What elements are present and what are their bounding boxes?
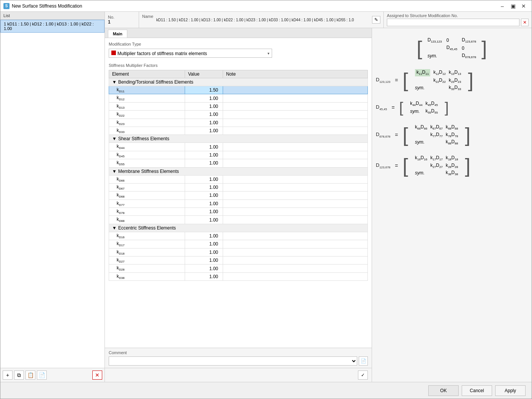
val-kd88: 1.00: [185, 216, 223, 224]
note-kd27: [223, 256, 368, 264]
elem-kd27: kD27: [109, 256, 185, 264]
val-kd28: 1.00: [185, 264, 223, 272]
val-kd13: 1.00: [185, 102, 223, 110]
right-panel: No. 1 Name kD11 : 1.50 | kD12 : 1.00 | k…: [105, 12, 532, 382]
d678-k77d77: k77D77: [430, 132, 442, 138]
new-button[interactable]: +: [3, 370, 13, 380]
row-kd16[interactable]: kD16 1.00: [109, 232, 368, 240]
bottom-bar: OK Cancel Apply: [0, 382, 532, 399]
assigned-input[interactable]: [387, 19, 519, 26]
name-value: kD11 : 1.50 | kD12 : 1.00 | kD13 : 1.00 …: [156, 18, 369, 22]
modification-type-section: Modification Type Multiplier factors of …: [109, 42, 368, 58]
list-item[interactable]: 1 kD11 : 1.50 | kD12 : 1.00 | kD13 : 1.0…: [0, 20, 104, 33]
d123-k33d33: k33D33: [449, 85, 461, 91]
row-kd88[interactable]: kD88 1.00: [109, 216, 368, 224]
tab-main[interactable]: Main: [108, 30, 127, 38]
row-kd68[interactable]: kD68 1.00: [109, 192, 368, 200]
row-kd44[interactable]: kD44 1.00: [109, 143, 368, 151]
note-kd55: [223, 159, 368, 167]
elem-kd88: kD88: [109, 216, 185, 224]
d123-empty2: [433, 85, 445, 91]
paste-button[interactable]: 📄: [37, 370, 47, 380]
row-kd33[interactable]: kD33 1.00: [109, 127, 368, 135]
window-title: New Surface Stiffness Modification: [12, 3, 495, 9]
row-kd13[interactable]: kD13 1.00: [109, 102, 368, 110]
d678-matrix-table: k66D66 k67D67 k68D68 k77D77 k78D78 sym.: [412, 123, 461, 146]
val-kd16: 1.00: [185, 232, 223, 240]
d123678-lhs: D123,678: [376, 162, 390, 169]
row-kd17[interactable]: kD17 1.00: [109, 240, 368, 248]
bracket-right-d123678: ]: [465, 156, 470, 176]
minimize-button[interactable]: –: [497, 2, 507, 10]
group-membrane: ▼Membrane Stiffness Elements: [109, 167, 368, 175]
row-kd55[interactable]: kD55 1.00: [109, 159, 368, 167]
comment-copy-button[interactable]: 📄: [359, 356, 368, 366]
bracket-left-d4545: [: [399, 100, 404, 115]
assigned-label: Assigned to Structure Modification No.: [387, 13, 529, 18]
comment-select[interactable]: [109, 356, 357, 366]
dropdown-arrow-icon: ▾: [268, 51, 269, 55]
row-kd12[interactable]: kD12 1.00: [109, 94, 368, 102]
bracket-left-d678: [: [403, 125, 408, 145]
assigned-clear-button[interactable]: ✕: [521, 19, 529, 26]
row-kd11[interactable]: kD11 1.50: [109, 86, 368, 94]
d123678-k27d27: k27D27: [430, 163, 442, 169]
name-section: Name kD11 : 1.50 | kD12 : 1.00 | kD13 : …: [139, 12, 383, 28]
d4545-k44d44: k44D44: [410, 101, 422, 107]
apply-button[interactable]: Apply: [495, 385, 526, 396]
row-kd23[interactable]: kD23 1.00: [109, 119, 368, 127]
row-kd66[interactable]: kD66 1.00: [109, 175, 368, 183]
maximize-button[interactable]: ▣: [508, 2, 518, 10]
d4545-matrix-block: D45,45 = [ k44D44 k45D45 sym. k55D55: [376, 100, 528, 116]
row-kd67[interactable]: kD67 1.00: [109, 183, 368, 191]
row-kd27[interactable]: kD27 1.00: [109, 256, 368, 264]
m-d123123: D123,123: [428, 37, 442, 43]
d678-empty1: [415, 132, 427, 138]
mod-color-icon: Multiplier factors of stiffness matrix e…: [111, 51, 207, 56]
copy-button[interactable]: 📋: [25, 370, 35, 380]
val-kd17: 1.00: [185, 240, 223, 248]
col-value-header: Value: [185, 70, 223, 78]
val-kd27: 1.00: [185, 256, 223, 264]
duplicate-button[interactable]: ⧉: [14, 370, 24, 380]
delete-button[interactable]: ✕: [92, 370, 102, 380]
elem-kd67: kD67: [109, 183, 185, 191]
val-kd33: 1.00: [185, 127, 223, 135]
row-kd78[interactable]: kD78 1.00: [109, 208, 368, 216]
note-kd77: [223, 200, 368, 207]
list-header: List: [0, 12, 104, 20]
note-kd11: [223, 86, 368, 94]
row-kd38[interactable]: kD38 1.00: [109, 272, 368, 280]
note-kd67: [223, 183, 368, 191]
window-controls: – ▣ ✕: [497, 2, 529, 10]
bracket-right-overview: ]: [481, 38, 487, 58]
close-button[interactable]: ✕: [519, 2, 529, 10]
elem-kd33: kD33: [109, 127, 185, 135]
val-kd22: 1.00: [185, 111, 223, 119]
row-kd22[interactable]: kD22 1.00: [109, 111, 368, 119]
val-kd11[interactable]: 1.50: [185, 86, 223, 94]
name-edit-button[interactable]: ✎: [372, 16, 380, 24]
d678-k78d78: k78D78: [446, 132, 458, 138]
row-kd45[interactable]: kD45 1.00: [109, 151, 368, 159]
note-kd13: [223, 102, 368, 110]
assigned-section: Assigned to Structure Modification No. ✕: [383, 12, 532, 28]
note-kd22: [223, 111, 368, 119]
cancel-button[interactable]: Cancel: [462, 385, 492, 396]
val-kd78: 1.00: [185, 208, 223, 216]
m-empty2: [446, 53, 458, 59]
row-kd77[interactable]: kD77 1.00: [109, 200, 368, 207]
note-kd28: [223, 264, 368, 272]
val-kd67: 1.00: [185, 183, 223, 191]
row-kd18[interactable]: kD18 1.00: [109, 248, 368, 256]
note-kd16: [223, 232, 368, 240]
center-panel: Main Modification Type Multiplier factor…: [105, 28, 372, 382]
row-kd28[interactable]: kD28 1.00: [109, 264, 368, 272]
note-kd33: [223, 127, 368, 135]
val-kd66: 1.00: [185, 175, 223, 183]
d123678-sym: sym.: [415, 170, 427, 176]
ok-button[interactable]: OK: [428, 385, 459, 396]
mod-type-select[interactable]: Multiplier factors of stiffness matrix e…: [109, 49, 272, 58]
center-footer-ok-button[interactable]: ✓: [358, 370, 368, 380]
elem-kd12: kD12: [109, 94, 185, 102]
